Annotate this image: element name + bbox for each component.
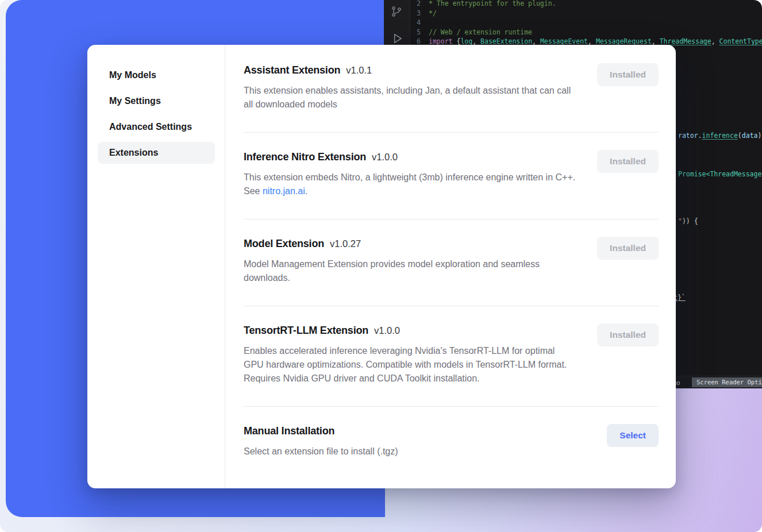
settings-modal: My Models My Settings Advanced Settings … xyxy=(87,45,676,488)
extension-description: Enables accelerated inference leveraging… xyxy=(244,344,577,385)
code-fragment: Promise<ThreadMessage> xyxy=(678,170,762,178)
extensions-list: Assistant Extensionv1.0.1 This extension… xyxy=(225,45,676,488)
code-line: 4 xyxy=(410,18,762,28)
installed-button[interactable]: Installed xyxy=(597,237,659,260)
select-file-button[interactable]: Select xyxy=(607,424,659,447)
extension-version: v1.0.27 xyxy=(330,238,361,249)
sidebar-item-my-settings[interactable]: My Settings xyxy=(98,90,215,112)
extension-version: v1.0.1 xyxy=(346,65,372,75)
extension-info: Model Extensionv1.0.27 Model Management … xyxy=(244,237,577,285)
code-line: 5 // Web / extension runtime xyxy=(410,28,762,37)
sidebar-item-my-models[interactable]: My Models xyxy=(98,64,215,86)
manual-installation-description: Select an extension file to install (.tg… xyxy=(244,445,577,458)
code-fragment: ")) { xyxy=(678,217,698,225)
extension-info: TensortRT-LLM Extensionv1.0.0 Enables ac… xyxy=(244,323,577,385)
screen-reader-badge: Screen Reader Optimized xyxy=(692,377,762,387)
extension-version: v1.0.0 xyxy=(372,152,398,162)
extension-row-tensorrt-llm: TensortRT-LLM Extensionv1.0.0 Enables ac… xyxy=(244,306,659,407)
installed-button[interactable]: Installed xyxy=(597,63,659,86)
installed-button[interactable]: Installed xyxy=(597,150,659,173)
extension-name: Assistant Extensionv1.0.1 xyxy=(244,63,577,77)
installed-button[interactable]: Installed xyxy=(597,323,659,346)
extension-description: This extension enables assistants, inclu… xyxy=(244,84,577,111)
page: 2 * The entrypoint for the plugin. 3 */ … xyxy=(0,0,762,532)
sidebar-item-extensions[interactable]: Extensions xyxy=(98,142,215,164)
sidebar-item-advanced-settings[interactable]: Advanced Settings xyxy=(98,116,215,138)
extension-info: Inference Nitro Extensionv1.0.0 This ext… xyxy=(244,150,577,198)
code-text: * The entrypoint for the plugin. xyxy=(429,0,556,9)
extension-name: TensortRT-LLM Extensionv1.0.0 xyxy=(244,323,577,337)
extension-row-inference-nitro: Inference Nitro Extensionv1.0.0 This ext… xyxy=(244,133,659,219)
extension-row-model: Model Extensionv1.0.27 Model Management … xyxy=(244,219,659,306)
line-number: 2 xyxy=(410,0,429,9)
extension-description: Model Management Extension provides mode… xyxy=(244,257,577,285)
manual-installation-row: Manual Installation Select an extension … xyxy=(244,407,659,477)
code-line: 3 */ xyxy=(410,9,762,18)
extension-name: Inference Nitro Extensionv1.0.0 xyxy=(244,150,577,164)
line-number: 4 xyxy=(410,18,429,28)
settings-sidebar: My Models My Settings Advanced Settings … xyxy=(87,45,225,488)
extension-info: Manual Installation Select an extension … xyxy=(244,424,577,458)
code-text: */ xyxy=(429,9,437,18)
nitro-jan-ai-link[interactable]: nitro.jan.ai xyxy=(263,186,305,196)
extension-row-assistant: Assistant Extensionv1.0.1 This extension… xyxy=(244,45,659,133)
extension-info: Assistant Extensionv1.0.1 This extension… xyxy=(244,63,577,111)
extension-version: v1.0.0 xyxy=(374,325,400,336)
line-number: 3 xyxy=(410,9,429,18)
source-control-icon xyxy=(390,5,403,21)
manual-installation-title: Manual Installation xyxy=(244,424,577,438)
code-lines: 2 * The entrypoint for the plugin. 3 */ … xyxy=(410,0,762,47)
code-line: 2 * The entrypoint for the plugin. xyxy=(410,0,762,9)
code-fragment: rator.inference(data)); xyxy=(678,132,762,140)
code-text: // Web / extension runtime xyxy=(429,28,532,37)
extension-description: This extension embeds Nitro, a lightweig… xyxy=(244,171,577,198)
line-number: 5 xyxy=(410,28,429,37)
extension-name: Model Extensionv1.0.27 xyxy=(244,237,577,250)
